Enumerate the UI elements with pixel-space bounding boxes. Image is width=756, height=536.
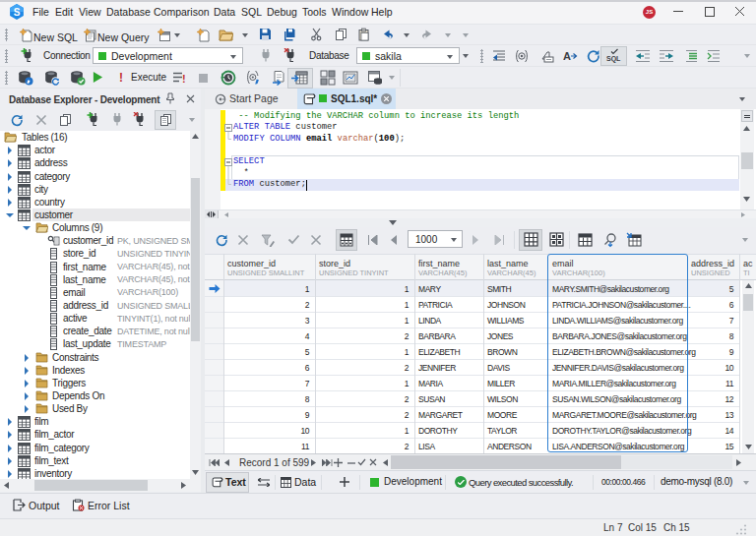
svg-text:S: S — [14, 7, 21, 18]
svg-text:!: ! — [182, 73, 186, 85]
svg-text:A: A — [563, 50, 571, 62]
